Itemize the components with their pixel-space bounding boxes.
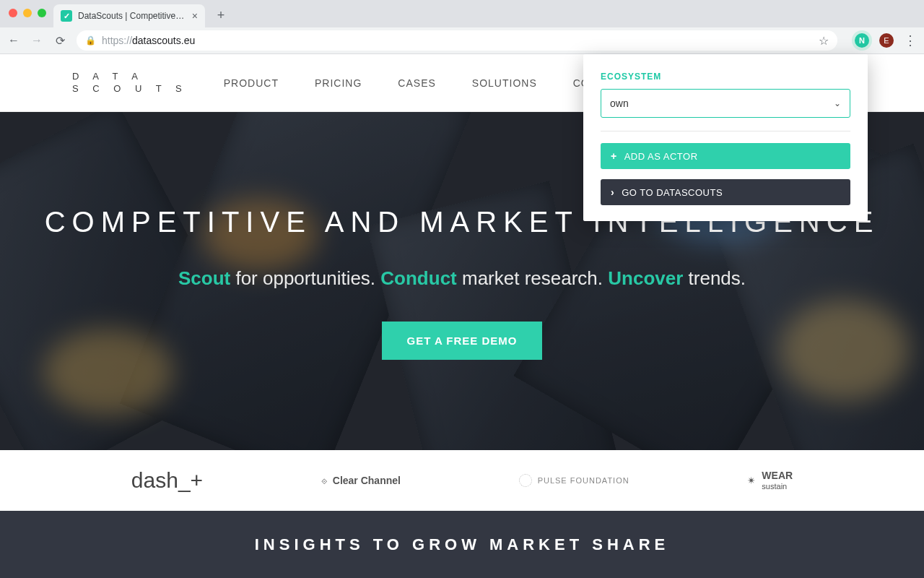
partner-wear: ✴ WEARsustain xyxy=(747,470,793,491)
close-window-icon[interactable] xyxy=(9,9,17,17)
arrow-icon: ⟐ xyxy=(321,475,327,486)
bookmark-star-icon[interactable]: ☆ xyxy=(819,34,829,48)
browser-menu-icon[interactable]: ⋮ xyxy=(904,33,917,48)
forward-button[interactable]: → xyxy=(30,34,43,47)
circle-icon xyxy=(519,474,532,487)
logo-line-1: D A T A xyxy=(72,71,188,82)
nav-cases[interactable]: CASES xyxy=(398,77,435,89)
browser-tab[interactable]: ✓ DataScouts | Competitive Intell × xyxy=(53,4,205,27)
ecosystem-select[interactable]: own ⌄ xyxy=(601,89,850,118)
minimize-window-icon[interactable] xyxy=(23,9,32,17)
tab-close-icon[interactable]: × xyxy=(192,10,198,22)
main-nav: PRODUCT PRICING CASES SOLUTIONS CONTACT xyxy=(224,77,627,89)
go-to-datascouts-button[interactable]: › GO TO DATASCOUTS xyxy=(601,179,850,205)
get-demo-button[interactable]: GET A FREE DEMO xyxy=(382,322,541,360)
lock-icon: 🔒 xyxy=(85,35,96,46)
window-controls xyxy=(9,9,46,17)
add-as-actor-button[interactable]: + ADD AS ACTOR xyxy=(601,143,850,169)
tab-bar: ✓ DataScouts | Competitive Intell × + xyxy=(0,0,924,27)
site-logo[interactable]: D A T A S C O U T S xyxy=(72,71,188,95)
browser-chrome: ✓ DataScouts | Competitive Intell × + ← … xyxy=(0,0,924,54)
partner-clearchannel: ⟐ Clear Channel xyxy=(321,475,401,486)
chevron-right-icon: › xyxy=(611,186,614,198)
nav-solutions[interactable]: SOLUTIONS xyxy=(472,77,537,89)
profile-avatar[interactable]: E xyxy=(879,33,894,48)
browser-toolbar: ← → ⟳ 🔒 https://datascouts.eu ☆ N E ⋮ xyxy=(0,27,924,54)
nav-product[interactable]: PRODUCT xyxy=(224,77,279,89)
extension-icon[interactable]: N xyxy=(855,33,869,48)
popup-divider xyxy=(601,131,850,131)
hero-subhead: Scout for opportunities. Conduct market … xyxy=(178,267,746,290)
chevron-down-icon: ⌄ xyxy=(834,98,841,108)
ecosystem-label: ECOSYSTEM xyxy=(601,72,850,82)
reload-button[interactable]: ⟳ xyxy=(53,34,66,48)
new-tab-button[interactable]: + xyxy=(214,8,228,23)
tab-favicon-icon: ✓ xyxy=(61,10,72,22)
logo-line-2: S C O U T S xyxy=(72,83,188,95)
url-text: https://datascouts.eu xyxy=(102,35,195,46)
ecosystem-select-value: own xyxy=(610,98,629,109)
extension-popup: ECOSYSTEM own ⌄ + ADD AS ACTOR › GO TO D… xyxy=(583,54,868,221)
tab-title: DataScouts | Competitive Intell xyxy=(78,11,186,21)
plus-icon: + xyxy=(611,150,617,162)
insights-heading: INSIGHTS TO GROW MARKET SHARE xyxy=(255,535,670,554)
go-to-datascouts-label: GO TO DATASCOUTS xyxy=(622,187,723,198)
nav-pricing[interactable]: PRICING xyxy=(315,77,362,89)
partner-dash: dash_+ xyxy=(131,468,203,493)
add-as-actor-label: ADD AS ACTOR xyxy=(624,151,698,162)
address-bar[interactable]: 🔒 https://datascouts.eu ☆ xyxy=(77,30,837,51)
cog-icon: ✴ xyxy=(747,475,756,486)
insights-heading-section: INSIGHTS TO GROW MARKET SHARE xyxy=(0,511,924,578)
maximize-window-icon[interactable] xyxy=(38,9,46,17)
back-button[interactable]: ← xyxy=(7,34,20,47)
partner-pulse: PULSE FOUNDATION xyxy=(519,474,629,487)
partner-strip: dash_+ ⟐ Clear Channel PULSE FOUNDATION … xyxy=(0,450,924,511)
